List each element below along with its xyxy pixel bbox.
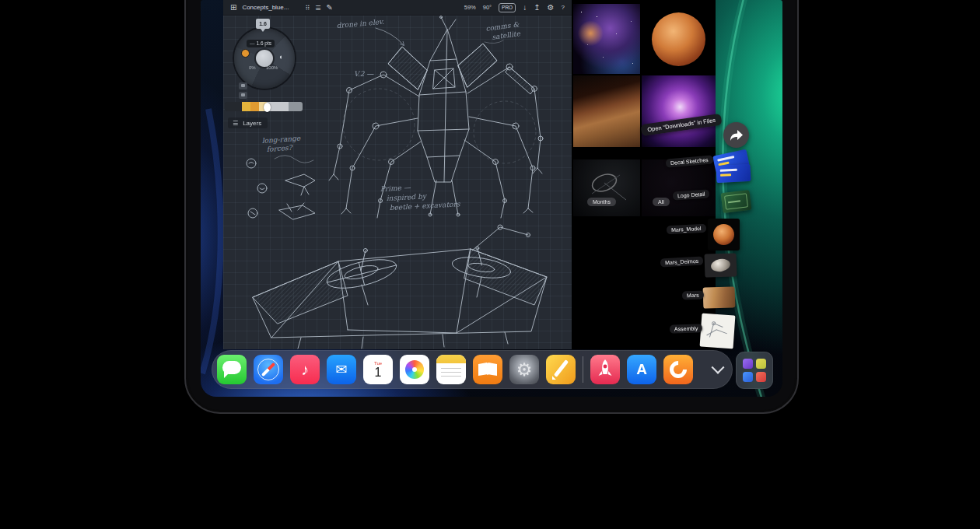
calendar-app-icon[interactable]: Tue 1: [363, 355, 393, 384]
palette-swatch[interactable]: [225, 102, 242, 111]
canvas-note: inspired by: [387, 192, 428, 202]
app-store-app-icon[interactable]: [627, 355, 656, 384]
rocket-glyph: [590, 355, 620, 384]
opacity-min-label: 0%: [249, 65, 256, 70]
dock-collapse-chevron[interactable]: [708, 359, 728, 380]
mini-app-icon: [756, 359, 766, 369]
layers-menu-icon[interactable]: [233, 119, 238, 127]
tool-wheel[interactable]: [234, 28, 295, 89]
brush-size-label[interactable]: 1.6 pts: [247, 40, 275, 47]
safari-app-icon[interactable]: [254, 355, 283, 384]
palette-swatch[interactable]: [242, 102, 250, 111]
orange-ring-app-icon[interactable]: [663, 355, 693, 384]
photo-thumbnail-mars-globe[interactable]: [642, 4, 716, 74]
drag-thumb-mars-model[interactable]: [708, 219, 740, 250]
rocket-app-icon[interactable]: [590, 355, 620, 384]
drag-thumb-logo-detail[interactable]: [721, 190, 752, 213]
drag-thumb-assembly[interactable]: [700, 314, 736, 349]
ipad-screen: drone in elev. comms & satellite V.2 — l…: [201, 0, 782, 397]
messages-app-icon[interactable]: [217, 355, 247, 384]
canvas-note: drone in elev.: [336, 18, 384, 30]
canvas-note: forces?: [266, 144, 293, 153]
gallery-icon[interactable]: [230, 4, 236, 12]
drag-thumb-decal-sketches[interactable]: [714, 150, 753, 189]
concepts-app-window: drone in elev. comms & satellite V.2 — l…: [223, 0, 572, 349]
canvas-note: Prime —: [380, 184, 411, 193]
dock: Tue 1: [212, 350, 733, 389]
export-share-icon[interactable]: [534, 4, 540, 12]
active-color-dot[interactable]: [241, 49, 250, 58]
opacity-max-label: 100%: [266, 65, 278, 70]
mini-app-icon: [743, 372, 753, 382]
contrast-icon[interactable]: [279, 53, 283, 61]
forward-arrow-icon: [730, 130, 743, 141]
photo-thumbnail-spacecraft[interactable]: [573, 159, 640, 216]
segment-all[interactable]: All: [653, 198, 670, 206]
settings-app-icon[interactable]: [509, 355, 539, 384]
palette-swatch[interactable]: [289, 102, 303, 111]
drag-thumb-mars-deimos[interactable]: [704, 253, 737, 277]
zoom-level[interactable]: 59%: [464, 4, 476, 11]
drag-item-label[interactable]: Assembly: [670, 324, 703, 333]
assembly-sketch-lines: [700, 314, 736, 349]
share-forward-button[interactable]: [723, 122, 749, 148]
ipad-device-frame: drone in elev. comms & satellite V.2 — l…: [184, 0, 799, 414]
photo-thumbnail-dark[interactable]: [642, 159, 716, 216]
dock-divider: [583, 356, 583, 383]
page-background: drone in elev. comms & satellite V.2 — l…: [0, 0, 980, 529]
pro-badge[interactable]: PRO: [499, 3, 516, 12]
notes-app-icon[interactable]: [436, 355, 466, 384]
calendar-day: 1: [375, 366, 382, 379]
layers-label: Layers: [243, 120, 261, 127]
mini-app-icon: [756, 372, 766, 382]
settings-gear-icon[interactable]: [548, 4, 555, 12]
palette-slider-knob[interactable]: [264, 103, 271, 112]
canvas-note: V.2 —: [354, 70, 374, 78]
books-app-icon[interactable]: [473, 355, 502, 384]
drag-thumb-mars[interactable]: [703, 286, 736, 308]
palette-swatch[interactable]: [250, 102, 259, 111]
photos-app-icon[interactable]: [400, 355, 429, 384]
music-app-icon[interactable]: [290, 355, 320, 384]
canvas-note: beetle + excavators: [390, 200, 461, 212]
sketch-app-icon[interactable]: [546, 355, 576, 384]
brush-size-tag[interactable]: 1.6: [256, 19, 270, 29]
layers-panel-header[interactable]: Layers: [228, 117, 268, 128]
decal-card: [716, 164, 751, 183]
menu-icon[interactable]: [315, 4, 320, 12]
concepts-toolbar: Concepts_blue... 59% 90° PRO ?: [223, 0, 572, 16]
spacecraft-shape: [573, 159, 640, 216]
help-icon[interactable]: ?: [562, 4, 565, 11]
drag-item-label[interactable]: Mars: [682, 291, 704, 300]
color-palette-strip[interactable]: [225, 102, 303, 111]
pen-tool-icon[interactable]: [326, 4, 332, 12]
mini-app-icon: [743, 359, 753, 369]
rotation-angle[interactable]: 90°: [483, 4, 492, 11]
segment-months[interactable]: Months: [587, 198, 616, 206]
tool-sub-widgets[interactable]: [239, 82, 247, 99]
photo-thumbnail-orion-nebula[interactable]: [642, 75, 716, 147]
canvas-note: long-range: [261, 135, 301, 145]
photo-thumbnail-nebula[interactable]: [573, 4, 640, 74]
grid-toggle-icon[interactable]: [305, 4, 310, 12]
photo-thumbnail-mars-surface[interactable]: [573, 75, 640, 147]
download-icon[interactable]: [523, 4, 527, 12]
mail-app-icon[interactable]: [327, 355, 356, 384]
app-library-tile[interactable]: [736, 352, 773, 389]
document-title[interactable]: Concepts_blue...: [242, 4, 289, 11]
